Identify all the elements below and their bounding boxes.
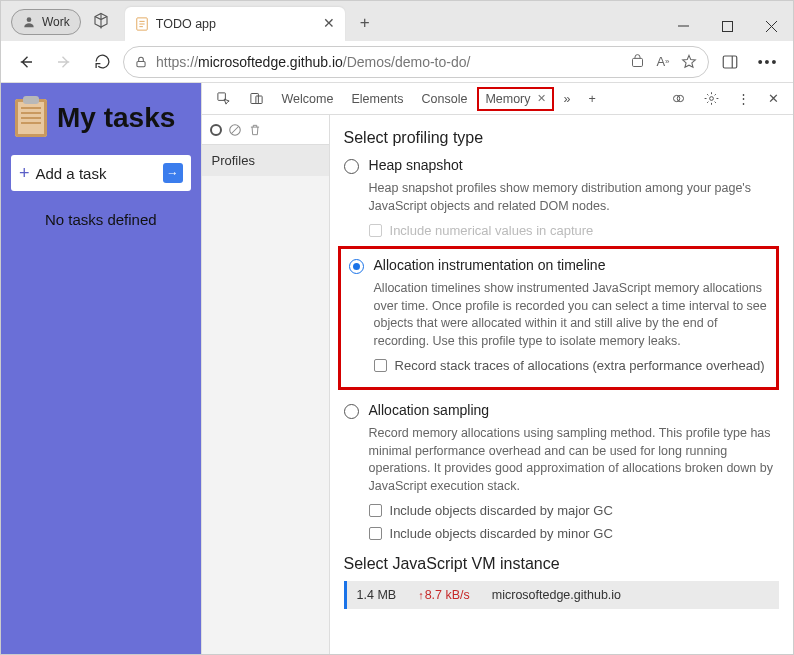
close-icon[interactable]: ✕ <box>537 92 546 105</box>
checkbox-icon <box>374 359 387 372</box>
option-allocation-sampling[interactable]: Allocation sampling <box>344 402 779 419</box>
radio-icon <box>344 159 359 174</box>
close-window-button[interactable] <box>749 11 793 41</box>
url-text: https://microsoftedge.github.io/Demos/de… <box>156 54 470 70</box>
tab-memory[interactable]: Memory✕ <box>477 87 553 111</box>
clear-button[interactable] <box>228 123 242 137</box>
profile-chip[interactable]: Work <box>11 9 81 35</box>
sidebar-item-profiles[interactable]: Profiles <box>202 145 329 176</box>
tab-title: TODO app <box>156 17 321 31</box>
svg-point-17 <box>677 95 683 101</box>
devtools-sidebar: Profiles <box>202 115 330 655</box>
new-tab-button[interactable]: + <box>349 7 381 39</box>
issues-button[interactable] <box>663 87 694 110</box>
person-icon <box>22 15 36 29</box>
vm-instance-row[interactable]: 1.4 MB 8.7 kB/s microsoftedge.github.io <box>344 581 779 609</box>
refresh-icon <box>94 53 111 70</box>
plus-icon: + <box>589 92 596 106</box>
clipboard-icon <box>15 99 47 137</box>
back-button[interactable] <box>9 45 43 79</box>
vm-rate: 8.7 kB/s <box>418 588 470 602</box>
arrow-left-icon <box>17 53 35 71</box>
lock-icon <box>134 55 148 69</box>
vm-section-title: Select JavaScript VM instance <box>344 555 779 573</box>
svg-rect-9 <box>137 61 145 66</box>
split-screen-button[interactable] <box>713 45 747 79</box>
minimize-button[interactable] <box>661 11 705 41</box>
option-timeline-desc: Allocation timelines show instrumented J… <box>374 280 768 350</box>
gear-icon <box>704 91 719 106</box>
settings-button[interactable] <box>696 87 727 110</box>
radio-icon <box>349 259 364 274</box>
inspect-button[interactable] <box>208 87 239 110</box>
workspaces-button[interactable] <box>89 9 113 33</box>
option-heap-desc: Heap snapshot profiles show memory distr… <box>369 180 779 215</box>
devtools-close-button[interactable]: ✕ <box>760 87 787 110</box>
more-tabs-button[interactable]: » <box>556 88 579 110</box>
favorite-button[interactable] <box>680 53 698 71</box>
devtools-tabstrip: Welcome Elements Console Memory✕ » + ⋮ ✕ <box>202 83 793 115</box>
address-bar: https://microsoftedge.github.io/Demos/de… <box>1 41 793 83</box>
checkbox-include-numerical[interactable]: Include numerical values in capture <box>369 223 779 238</box>
svg-point-18 <box>710 97 714 101</box>
shopping-icon[interactable] <box>628 53 646 71</box>
inspect-icon <box>216 91 231 106</box>
svg-rect-6 <box>722 21 732 31</box>
submit-button[interactable]: → <box>163 163 183 183</box>
svg-rect-14 <box>250 94 258 104</box>
refresh-button[interactable] <box>85 45 119 79</box>
devtools-main: Select profiling type Heap snapshot Heap… <box>330 115 793 655</box>
star-icon <box>681 54 697 70</box>
option-allocation-timeline[interactable]: Allocation instrumentation on timeline <box>349 257 768 274</box>
devtools-panel: Welcome Elements Console Memory✕ » + ⋮ ✕… <box>201 83 793 655</box>
app-page: My tasks + Add a task → No tasks defined <box>1 83 201 655</box>
devtools-menu-button[interactable]: ⋮ <box>729 87 758 110</box>
minimize-icon <box>678 21 689 32</box>
reader-icon[interactable]: A» <box>654 53 672 71</box>
cube-icon <box>92 12 110 30</box>
browser-tab[interactable]: TODO app ✕ <box>125 7 345 41</box>
add-task-input[interactable]: + Add a task → <box>11 155 191 191</box>
delete-button[interactable] <box>248 123 262 137</box>
checkbox-icon <box>369 527 382 540</box>
window-titlebar: Work TODO app ✕ + <box>1 1 793 41</box>
svg-point-0 <box>27 17 32 22</box>
option-heap-snapshot[interactable]: Heap snapshot <box>344 157 779 174</box>
checkbox-discarded-major-gc[interactable]: Include objects discarded by major GC <box>369 503 779 518</box>
add-task-label: Add a task <box>36 165 107 182</box>
tab-welcome[interactable]: Welcome <box>274 88 342 110</box>
svg-rect-10 <box>632 58 642 66</box>
radio-icon <box>344 404 359 419</box>
close-icon[interactable]: ✕ <box>321 16 337 32</box>
feedback-icon <box>671 91 686 106</box>
maximize-button[interactable] <box>705 11 749 41</box>
menu-button[interactable]: ••• <box>751 45 785 79</box>
note-icon <box>135 17 149 31</box>
page-title: My tasks <box>57 102 175 134</box>
device-icon <box>249 91 264 106</box>
device-button[interactable] <box>241 87 272 110</box>
tab-console[interactable]: Console <box>414 88 476 110</box>
add-tab-button[interactable]: + <box>581 88 604 110</box>
checkbox-icon <box>369 504 382 517</box>
vm-instance-name: microsoftedge.github.io <box>492 588 621 602</box>
vm-size: 1.4 MB <box>357 588 397 602</box>
sidebar-icon <box>721 53 739 71</box>
profile-label: Work <box>42 15 70 29</box>
checkbox-record-stack-traces[interactable]: Record stack traces of allocations (extr… <box>374 358 768 373</box>
record-button[interactable] <box>210 124 222 136</box>
maximize-icon <box>722 21 733 32</box>
dots-icon: ••• <box>758 54 779 70</box>
empty-state-text: No tasks defined <box>11 211 191 228</box>
chevrons-icon: » <box>564 92 571 106</box>
checkbox-discarded-minor-gc[interactable]: Include objects discarded by minor GC <box>369 526 779 541</box>
arrow-right-icon <box>55 53 73 71</box>
svg-line-20 <box>231 126 238 133</box>
tab-elements[interactable]: Elements <box>343 88 411 110</box>
close-icon <box>766 21 777 32</box>
url-input[interactable]: https://microsoftedge.github.io/Demos/de… <box>123 46 709 78</box>
svg-rect-15 <box>255 96 261 104</box>
plus-icon: + <box>19 163 30 184</box>
forward-button[interactable] <box>47 45 81 79</box>
close-icon: ✕ <box>768 91 779 106</box>
